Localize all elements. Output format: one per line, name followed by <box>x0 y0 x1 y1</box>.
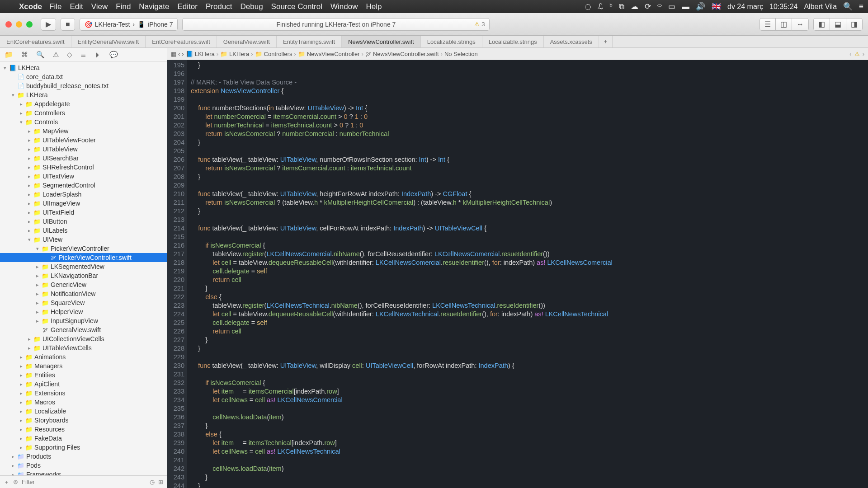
menubar-date[interactable]: dv 24 març <box>727 3 763 11</box>
tab-item[interactable]: Assets.xcassets <box>544 36 599 47</box>
tab-item[interactable]: Localizable.strings <box>482 36 544 47</box>
recent-filter-icon[interactable]: ◷ <box>150 479 155 485</box>
scm-filter-icon[interactable]: ⊞ <box>158 479 163 485</box>
close-window-button[interactable] <box>5 21 12 28</box>
jump-seg[interactable]: NewsViewController.swift <box>373 51 439 57</box>
jump-seg[interactable]: LKHera <box>195 51 215 57</box>
jump-bar[interactable]: ▦ ‹ › 📘LKHera 📁LKHera 📁Controllers 📁News… <box>167 48 868 60</box>
run-button[interactable]: ▶ <box>41 18 56 31</box>
tab-item[interactable]: EntityTrainings.swift <box>277 36 342 47</box>
tree-item[interactable]: ▸UIButton <box>0 217 167 226</box>
related-items-icon[interactable]: ▦ <box>171 51 176 57</box>
tree-item[interactable]: ▸Storyboards <box>0 416 167 425</box>
tree-item[interactable]: ▾LKHera <box>0 90 167 99</box>
tree-item[interactable]: ▸Macros <box>0 398 167 407</box>
tree-item[interactable]: ▸Frameworks <box>0 470 167 475</box>
warning-icon[interactable]: ⚠︎ <box>854 51 860 57</box>
menubar-user[interactable]: Albert Vila <box>804 3 837 11</box>
tree-item[interactable]: ▸SHRefreshControl <box>0 163 167 172</box>
tree-item[interactable]: ▸Products <box>0 452 167 461</box>
code-view[interactable]: 1951961971981992002012022032042052062072… <box>167 60 868 488</box>
tree-item[interactable]: ▸Extensions <box>0 389 167 398</box>
minimize-window-button[interactable] <box>16 21 22 28</box>
issues-indicator[interactable]: ⚠︎3 <box>474 21 485 28</box>
jump-seg[interactable]: LKHera <box>229 51 249 57</box>
spotlight-icon[interactable]: 🔍 <box>843 2 853 11</box>
tree-item[interactable]: ▸UITableViewFooter <box>0 136 167 145</box>
tree-item[interactable]: ▸Managers <box>0 361 167 371</box>
tree-item[interactable]: ▸UILabels <box>0 226 167 235</box>
test-navigator-tab-icon[interactable]: ◇ <box>67 51 72 59</box>
stop-button[interactable]: ■ <box>61 18 75 31</box>
assistant-editor-button[interactable]: ◫ <box>775 18 792 31</box>
report-navigator-tab-icon[interactable]: 💬 <box>109 51 118 59</box>
notification-center-icon[interactable]: ≡ <box>859 2 863 11</box>
jump-seg[interactable]: NewsViewController <box>307 51 360 57</box>
tree-item[interactable]: buddybuild_release_notes.txt <box>0 81 167 90</box>
toggle-navigator-button[interactable]: ◧ <box>813 18 830 31</box>
tree-item[interactable]: ▸ApiClient <box>0 380 167 389</box>
project-navigator-tab-icon[interactable]: 📁 <box>5 51 13 59</box>
wifi-icon[interactable]: ⌔ <box>657 2 662 11</box>
back-button[interactable]: ‹ <box>178 51 180 57</box>
volume-icon[interactable]: 🔊 <box>696 2 705 11</box>
tree-item[interactable]: ▸InputSignupView <box>0 316 167 325</box>
tree-item[interactable]: ▸Pods <box>0 461 167 470</box>
menu-view[interactable]: View <box>91 2 108 11</box>
status-icon[interactable]: ℒ <box>598 2 603 11</box>
tree-root[interactable]: ▾LKHera <box>0 63 167 72</box>
sync-icon[interactable]: ⟳ <box>645 2 651 11</box>
menu-editor[interactable]: Editor <box>177 2 197 11</box>
menu-product[interactable]: Product <box>206 2 232 11</box>
battery-icon[interactable]: ▬ <box>682 2 689 11</box>
tree-item[interactable]: GeneralView.swift <box>0 325 167 334</box>
tab-item[interactable]: EntCoreFeatures.swift <box>146 36 217 47</box>
add-button[interactable]: ＋ <box>4 478 9 486</box>
tree-item[interactable]: ▸Controllers <box>0 108 167 117</box>
debug-navigator-tab-icon[interactable]: ≣ <box>80 51 86 59</box>
menu-help[interactable]: Help <box>366 2 382 11</box>
filter-input[interactable] <box>22 479 146 485</box>
menubar-time[interactable]: 10:35:24 <box>769 3 797 11</box>
issue-navigator-tab-icon[interactable]: ⚠︎ <box>53 51 59 59</box>
scheme-selector[interactable]: 🎯 LKHera-Test › 📱 iPhone 7 <box>80 18 178 31</box>
zoom-window-button[interactable] <box>26 21 33 28</box>
tree-item[interactable]: ▸Supporting Files <box>0 443 167 452</box>
menu-edit[interactable]: Edit <box>70 2 83 11</box>
file-tree[interactable]: ▾LKHeracore_data.txtbuddybuild_release_n… <box>0 61 167 475</box>
toggle-inspector-button[interactable]: ◨ <box>846 18 863 31</box>
forward-button[interactable]: › <box>182 51 184 57</box>
tree-item[interactable]: ▸SquareView <box>0 298 167 307</box>
tree-item[interactable]: ▸UIImageView <box>0 199 167 208</box>
cloud-icon[interactable]: ☁ <box>631 2 638 11</box>
menu-debug[interactable]: Debug <box>240 2 263 11</box>
jump-seg[interactable]: Controllers <box>264 51 292 57</box>
menu-window[interactable]: Window <box>330 2 358 11</box>
input-flag-icon[interactable]: 🇬🇧 <box>712 2 721 11</box>
app-name[interactable]: Xcode <box>19 2 42 11</box>
tree-item[interactable]: ▸UICollectionViewCells <box>0 334 167 343</box>
menu-find[interactable]: Find <box>116 2 131 11</box>
jump-prev-icon[interactable]: ‹ <box>849 51 851 57</box>
tree-item[interactable]: ▸UITableViewCells <box>0 343 167 352</box>
status-icon[interactable]: ◌ <box>585 2 591 11</box>
toggle-debug-button[interactable]: ⬓ <box>830 18 846 31</box>
menu-file[interactable]: File <box>49 2 61 11</box>
tab-item[interactable]: EntityGeneralView.swift <box>71 36 146 47</box>
standard-editor-button[interactable]: ☰ <box>760 18 775 31</box>
tree-item-selected[interactable]: PickerViewController.swift <box>0 253 167 262</box>
line-gutter[interactable]: 1951961971981992002012022032042052062072… <box>167 60 187 488</box>
tree-item[interactable]: ▾UIView <box>0 235 167 244</box>
tree-item[interactable]: ▸SegmentedControl <box>0 181 167 190</box>
code-text[interactable]: } // MARK: - Table View Data Source - ex… <box>187 60 613 488</box>
tree-item[interactable]: ▸Animations <box>0 352 167 361</box>
jump-next-icon[interactable]: › <box>863 51 864 57</box>
breakpoint-navigator-tab-icon[interactable]: ⏵ <box>94 51 101 58</box>
version-editor-button[interactable]: ↔ <box>792 18 809 31</box>
tab-item[interactable]: Localizable.strings <box>421 36 482 47</box>
tree-item[interactable]: ▸UISearchBar <box>0 154 167 163</box>
tree-item[interactable]: ▸HelperView <box>0 307 167 316</box>
tab-item[interactable]: EntCoreFeatures.swift <box>0 36 71 47</box>
jump-seg[interactable]: No Selection <box>444 51 478 57</box>
tree-item[interactable]: ▸GenericView <box>0 280 167 289</box>
